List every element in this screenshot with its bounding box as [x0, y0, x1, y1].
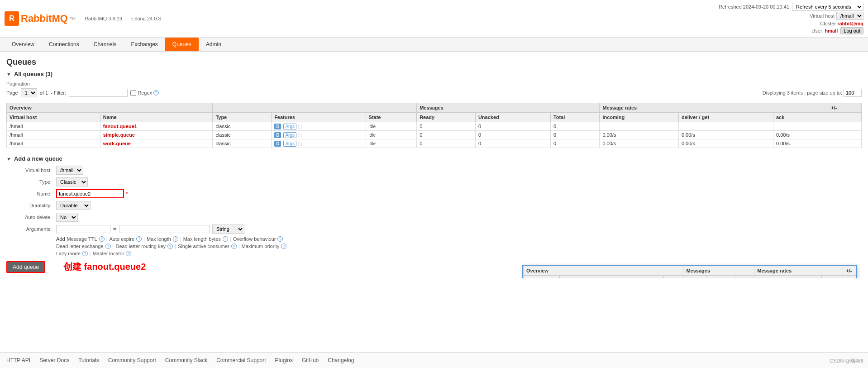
row-unacked: 0 — [475, 139, 550, 148]
popup-col-incoming: incoming — [754, 276, 785, 279]
row-total: 0 — [550, 122, 599, 131]
durability-select[interactable]: Durable Transient — [56, 201, 91, 210]
add-links: Add Message TTL ? | Auto expire ? | Max … — [56, 236, 862, 242]
nav-exchanges[interactable]: Exchanges — [124, 38, 165, 51]
row-total: 0 — [550, 139, 599, 148]
popup-plusminus[interactable]: +/- — [843, 266, 856, 276]
auto-expire-help[interactable]: ? — [136, 236, 142, 242]
erlang-version: Erlang 24.0.3 — [131, 16, 161, 21]
col-incoming: incoming — [600, 113, 679, 122]
filter-label: - Filter: — [51, 90, 66, 96]
feature-args-badge[interactable]: Args — [283, 124, 296, 129]
popup-col-state: State — [663, 276, 683, 279]
arguments-label: Arguments: — [6, 226, 52, 232]
queue-name-link[interactable]: work.queue — [103, 141, 131, 146]
args-key-input[interactable] — [56, 225, 110, 233]
overflow-help[interactable]: ? — [277, 236, 283, 242]
page-size-input[interactable] — [844, 89, 862, 97]
popup-col-unacked: Unacked — [706, 276, 735, 279]
queue-name-link[interactable]: fanout.queue1 — [103, 124, 137, 129]
lazy-mode-help[interactable]: ? — [82, 251, 88, 256]
args-value-input[interactable] — [119, 225, 210, 233]
add-message-ttl[interactable]: Message TTL — [67, 236, 97, 242]
messages-group-header: Messages — [417, 103, 600, 113]
regex-checkbox[interactable] — [130, 90, 136, 96]
durability-label: Durability: — [6, 203, 52, 208]
popup-rates-header: Message rates — [754, 266, 843, 276]
vhost-row: Virtual host /hmall — [810, 12, 863, 20]
args-type-select[interactable]: String Number Boolean — [212, 225, 244, 234]
add-dead-letter-routing-key[interactable]: Dead letter routing key — [115, 244, 166, 249]
row-name: fanout.queue1 — [100, 122, 213, 131]
page-select[interactable]: 1 — [21, 88, 37, 97]
user-row: User hmall Log out — [811, 27, 863, 34]
max-priority-help[interactable]: ? — [281, 244, 286, 249]
queue-table: Overview Messages Message rates +/- Virt… — [6, 103, 862, 148]
add-queue-button[interactable]: Add queue — [6, 261, 45, 273]
auto-delete-label: Auto delete: — [6, 215, 52, 220]
nav-channels[interactable]: Channels — [86, 38, 124, 51]
auto-delete-select[interactable]: No Yes — [56, 213, 78, 222]
row-name: work.queue — [100, 139, 213, 148]
add-queue-toggle[interactable]: ▼ — [6, 156, 11, 162]
max-length-help[interactable]: ? — [173, 236, 178, 242]
message-ttl-help[interactable]: ? — [99, 236, 105, 242]
type-select[interactable]: Classic Quorum — [56, 177, 88, 186]
logo-text: RabbitMQ — [21, 13, 68, 24]
single-active-help[interactable]: ? — [231, 244, 237, 249]
nav-overview[interactable]: Overview — [5, 38, 42, 51]
refreshed-label: Refreshed 2024-09-20 00:10:41 — [719, 4, 789, 10]
add-maximum-priority[interactable]: Maximum priority — [242, 244, 280, 249]
max-length-bytes-help[interactable]: ? — [223, 236, 228, 242]
refresh-select[interactable]: Refresh every 5 seconds Refresh every 10… — [792, 3, 863, 11]
logo-tm: TM — [70, 16, 76, 21]
add-master-locator[interactable]: Master locator — [93, 251, 124, 256]
queue-name-link[interactable]: simple.queue — [103, 132, 135, 138]
row-vhost: /hmall — [7, 122, 100, 131]
row-total: 0 — [550, 131, 599, 139]
logo-icon: R — [5, 11, 19, 26]
add-max-length[interactable]: Max length — [147, 236, 171, 242]
master-locator-help[interactable]: ? — [126, 251, 131, 256]
nav-queues[interactable]: Queues — [165, 38, 199, 51]
add-max-length-bytes[interactable]: Max length bytes — [183, 236, 221, 242]
dead-letter-exchange-help[interactable]: ? — [105, 244, 111, 249]
plusminus-btn[interactable]: +/- — [828, 103, 862, 113]
vhost-form-select[interactable]: /hmall — [56, 166, 83, 175]
row-features: D Args ▢ — [272, 122, 366, 131]
add-lazy-mode[interactable]: Lazy mode — [56, 251, 81, 256]
nav-connections[interactable]: Connections — [42, 38, 86, 51]
row-type: classic — [213, 131, 272, 139]
col-deliver-get: deliver / get — [678, 113, 773, 122]
page-title: Queues — [6, 57, 862, 67]
row-type: classic — [213, 139, 272, 148]
add-overflow-behaviour[interactable]: Overflow behaviour — [233, 236, 276, 242]
table-row: /hmall simple.queue classic D Args ▢ idl… — [7, 131, 862, 139]
vhost-label: Virtual host — [810, 13, 835, 19]
section-toggle[interactable]: ▼ — [6, 72, 11, 77]
name-input[interactable] — [56, 189, 124, 198]
user-value: hmall — [825, 28, 838, 33]
add-auto-expire[interactable]: Auto expire — [110, 236, 135, 242]
logout-button[interactable]: Log out — [840, 27, 863, 34]
regex-help-icon[interactable]: ? — [153, 90, 159, 96]
row-deliver-get: 0.00/s — [678, 139, 773, 148]
add-single-active-consumer[interactable]: Single active consumer — [178, 244, 229, 249]
vhost-select[interactable]: /hmall — [836, 12, 863, 20]
dead-letter-routing-help[interactable]: ? — [167, 244, 173, 249]
main-content: Queues ▼ All queues (3) Pagination Page … — [0, 52, 868, 278]
popup-col-features: Features — [627, 276, 663, 279]
feature-args-badge[interactable]: Args — [283, 132, 296, 138]
row-unacked: 0 — [475, 131, 550, 139]
row-ready: 0 — [417, 122, 476, 131]
add-dead-letter-exchange[interactable]: Dead letter exchange — [56, 244, 104, 249]
add-label: Add — [56, 236, 65, 242]
nav-admin[interactable]: Admin — [199, 38, 229, 51]
logo-area: R RabbitMQTM RabbitMQ 3.8.19 Erlang 24.0… — [5, 11, 161, 26]
feature-args-badge[interactable]: Args — [283, 141, 296, 147]
feature-d-badge: D — [274, 141, 281, 147]
rabbitmq-version: RabbitMQ 3.8.19 — [85, 16, 122, 21]
popup-overview-header: Overview — [524, 266, 604, 276]
filter-input[interactable] — [69, 89, 128, 97]
page-label: Page — [6, 90, 18, 96]
